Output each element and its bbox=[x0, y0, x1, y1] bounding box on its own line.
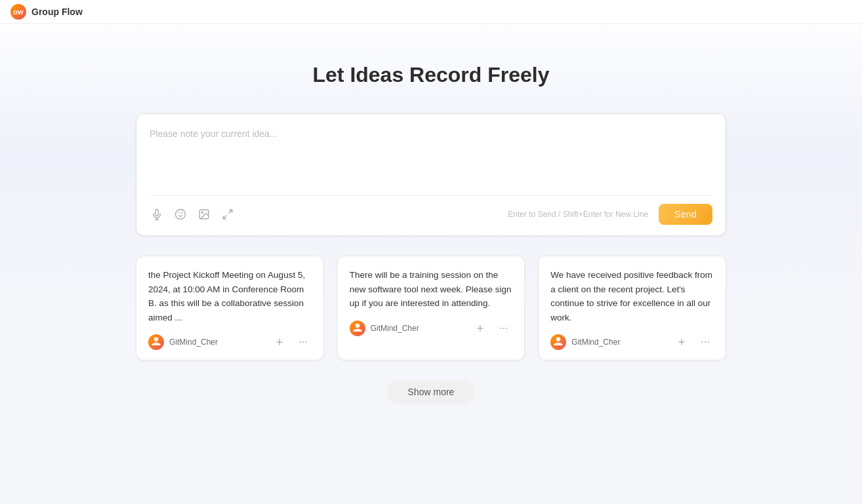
keyboard-hint: Enter to Send / Shift+Enter for New Line bbox=[508, 210, 648, 219]
card-actions bbox=[271, 334, 312, 351]
avatar bbox=[550, 334, 566, 350]
card-footer: GitMind_Cher bbox=[148, 334, 312, 351]
input-card: Enter to Send / Shift+Enter for New Line… bbox=[136, 113, 726, 236]
emoji-icon[interactable] bbox=[173, 207, 188, 222]
svg-point-6 bbox=[201, 212, 203, 213]
svg-point-26 bbox=[708, 341, 709, 343]
svg-point-25 bbox=[705, 341, 706, 343]
user-name: GitMind_Cher bbox=[371, 324, 419, 333]
svg-point-14 bbox=[305, 341, 306, 343]
show-more-button[interactable]: Show more bbox=[387, 380, 476, 404]
more-action-button[interactable] bbox=[295, 334, 312, 351]
idea-card: There will be a training session on the … bbox=[337, 256, 525, 360]
svg-point-18 bbox=[501, 328, 502, 329]
avatar bbox=[148, 334, 164, 350]
svg-point-13 bbox=[302, 341, 304, 343]
svg-point-2 bbox=[176, 210, 186, 220]
logo-area: ow Group Flow bbox=[10, 4, 83, 20]
add-action-button[interactable] bbox=[271, 334, 288, 351]
card-footer: GitMind_Cher bbox=[350, 320, 513, 337]
mic-icon[interactable] bbox=[150, 207, 164, 222]
idea-card: the Project Kickoff Meeting on August 5,… bbox=[136, 256, 324, 360]
more-action-button[interactable] bbox=[495, 320, 512, 337]
top-bar: ow Group Flow bbox=[0, 0, 862, 24]
user-info: GitMind_Cher bbox=[148, 334, 218, 350]
toolbar-right: Enter to Send / Shift+Enter for New Line… bbox=[508, 204, 712, 225]
app-name: Group Flow bbox=[31, 7, 83, 17]
card-actions bbox=[472, 320, 512, 337]
svg-point-20 bbox=[506, 328, 508, 329]
svg-line-8 bbox=[223, 216, 226, 219]
add-action-button[interactable] bbox=[472, 320, 489, 337]
cards-row: the Project Kickoff Meeting on August 5,… bbox=[136, 256, 726, 360]
svg-point-19 bbox=[503, 328, 504, 329]
toolbar-left bbox=[150, 207, 235, 222]
card-text: the Project Kickoff Meeting on August 5,… bbox=[148, 268, 312, 324]
card-text: We have received positive feedback from … bbox=[550, 268, 714, 324]
main-content: Let Ideas Record Freely bbox=[0, 24, 862, 430]
svg-line-7 bbox=[229, 210, 232, 213]
expand-icon[interactable] bbox=[220, 207, 235, 222]
svg-point-24 bbox=[701, 341, 703, 343]
card-footer: GitMind_Cher bbox=[550, 334, 714, 351]
user-info: GitMind_Cher bbox=[550, 334, 620, 350]
user-info: GitMind_Cher bbox=[350, 320, 419, 336]
user-name: GitMind_Cher bbox=[169, 338, 218, 347]
send-button[interactable]: Send bbox=[659, 204, 712, 225]
user-name: GitMind_Cher bbox=[571, 338, 620, 347]
avatar bbox=[350, 320, 365, 336]
image-icon[interactable] bbox=[197, 207, 211, 222]
svg-point-12 bbox=[299, 341, 300, 343]
add-action-button[interactable] bbox=[673, 334, 690, 351]
logo-icon: ow bbox=[10, 4, 26, 20]
idea-card: We have received positive feedback from … bbox=[538, 256, 726, 360]
card-text: There will be a training session on the … bbox=[350, 268, 513, 311]
card-actions bbox=[673, 334, 714, 351]
hero-title: Let Ideas Record Freely bbox=[312, 63, 549, 87]
idea-input[interactable] bbox=[150, 127, 712, 186]
input-toolbar: Enter to Send / Shift+Enter for New Line… bbox=[150, 195, 712, 225]
more-action-button[interactable] bbox=[697, 334, 714, 351]
